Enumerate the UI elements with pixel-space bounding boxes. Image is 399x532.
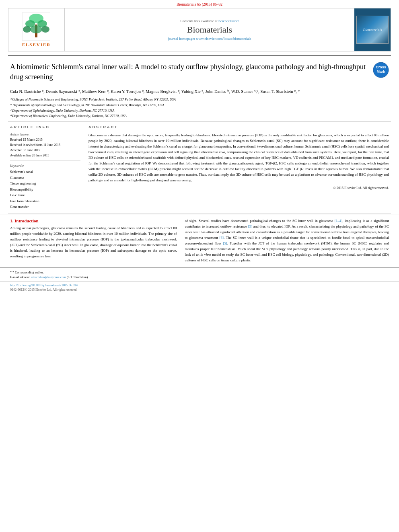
keyword-1: Glaucoma (10, 175, 80, 181)
article-info-label: ARTICLE INFO (10, 125, 80, 130)
svg-text:Cross: Cross (376, 65, 386, 69)
journal-citation-bar: Biomaterials 65 (2015) 86–92 (0, 0, 399, 8)
article-body: ARTICLE INFO Article history: Received 1… (0, 122, 399, 214)
footnote-corresponding: * * Corresponding author. (10, 270, 389, 275)
ref-5b[interactable]: [5] (223, 241, 227, 245)
journal-title: Biomaterials (187, 25, 232, 35)
keyword-4: Co-culture (10, 192, 80, 198)
svg-point-5 (41, 26, 49, 33)
in-vitro-italic: in vitro (200, 253, 211, 257)
ref-5[interactable]: [5] (248, 224, 253, 228)
main-content: 1. Introduction Among ocular pathologies… (0, 214, 399, 267)
affiliation-b: ᵇ Departments of Ophthalmology and Cell … (10, 103, 389, 108)
keyword-5: Free form fabrication (10, 198, 80, 204)
crossmark-icon: Cross Mark (373, 62, 389, 78)
abstract-label: ABSTRACT (88, 125, 389, 130)
left-column: 1. Introduction Among ocular pathologies… (10, 218, 177, 263)
svg-point-7 (30, 25, 42, 33)
doi-link[interactable]: http://dx.doi.org/10.1016/j.biomaterials… (10, 283, 389, 287)
right-column: of sight. Several studies have documente… (185, 218, 389, 263)
journal-cover-image: Biomaterials (356, 16, 389, 44)
article-abstract-column: ABSTRACT Glaucoma is a disease that dama… (88, 125, 389, 210)
intro-left-text: Among ocular pathologies, glaucoma remai… (10, 226, 177, 259)
ref-6[interactable]: [6] (219, 236, 224, 240)
history-label: Article history: (10, 133, 80, 136)
abstract-text: Glaucoma is a disease that damages the o… (88, 133, 389, 183)
affiliations: ᵃ Colleges of Nanoscale Science and Engi… (10, 97, 389, 119)
page-wrapper: Biomaterials 65 (2015) 86–92 ELSEVIER (0, 0, 399, 293)
keyword-0: Schlemm's canal (10, 169, 80, 175)
crossmark-badge[interactable]: Cross Mark (373, 62, 389, 78)
received-date: Received 15 March 2015 (10, 138, 80, 143)
author-names: Cula N. Dautriche ᵃ, Dennis Szymanski ᵃ,… (10, 88, 389, 95)
keywords-section: Keywords: Schlemm's canal Glaucoma Tissu… (10, 164, 80, 210)
bottom-bar: http://dx.doi.org/10.1016/j.biomaterials… (0, 281, 399, 293)
copyright-line: © 2015 Elsevier Ltd. All rights reserved… (88, 186, 389, 190)
elsevier-label: ELSEVIER (22, 42, 51, 47)
revised-date: Received in revised form 11 June 2015 (10, 143, 80, 148)
affiliation-d: ᵈ Department of Biomedical Engineering, … (10, 113, 389, 119)
sciencedirect-anchor[interactable]: ScienceDirect (218, 19, 239, 23)
sciencedirect-link[interactable]: Contents lists available at ScienceDirec… (181, 19, 239, 23)
abstract-content: Glaucoma is a disease that damages the o… (88, 133, 389, 182)
journal-homepage: journal homepage: www.elsevier.com/locat… (168, 37, 251, 41)
authors-section: Cula N. Dautriche ᵃ, Dennis Szymanski ᵃ,… (0, 88, 399, 121)
email-suffix: (S.T. Sharfstein). (67, 275, 89, 279)
keyword-6: Gene transfer (10, 204, 80, 210)
keywords-label: Keywords: (10, 164, 80, 168)
doi-anchor[interactable]: http://dx.doi.org/10.1016/j.biomaterials… (10, 283, 78, 287)
footnote-section: * * Corresponding author. E-mail address… (0, 267, 399, 280)
accepted-date: Accepted 18 June 2015 (10, 148, 80, 153)
footnote-email-line: E-mail address: ssharfstein@sunycnse.com… (10, 275, 389, 280)
journal-header: ELSEVIER Contents lists available at Sci… (8, 8, 391, 51)
available-date: Available online 20 June 2015 (10, 153, 80, 158)
journal-badge-label: Biomaterials (363, 28, 382, 32)
ref-1-4[interactable]: [1–4] (335, 219, 343, 223)
elsevier-logo: ELSEVIER (22, 12, 51, 47)
email-label: E-mail address: (10, 275, 30, 279)
svg-point-4 (23, 26, 31, 33)
in-vivo-italic: in vivo (215, 150, 225, 154)
email-link[interactable]: ssharfstein@sunycnse.com (31, 275, 66, 279)
article-history: Article history: Received 15 March 2015 … (10, 133, 80, 161)
keyword-2: Tissue engineering (10, 181, 80, 186)
journal-header-center: Contents lists available at ScienceDirec… (65, 8, 354, 51)
keyword-3: Biocompatibility (10, 187, 80, 192)
article-info-column: ARTICLE INFO Article history: Received 1… (10, 125, 80, 210)
corresponding-label: * Corresponding author. (12, 271, 44, 274)
elsevier-tree-icon (22, 12, 50, 41)
svg-text:Mark: Mark (376, 70, 385, 74)
elsevier-logo-section: ELSEVIER (8, 8, 65, 51)
affiliation-a: ᵃ Colleges of Nanoscale Science and Engi… (10, 97, 389, 102)
article-title-section: A biomimetic Schlemm's canal inner wall:… (0, 56, 399, 88)
intro-right-text: of sight. Several studies have documente… (185, 218, 389, 263)
journal-thumbnail: Biomaterials (354, 8, 391, 51)
affiliation-c: ᶜ Department of Ophthalmology, Duke Univ… (10, 108, 389, 113)
journal-citation: Biomaterials 65 (2015) 86–92 (177, 2, 222, 6)
contents-text: Contents lists available at (181, 19, 218, 23)
section1-heading: 1. Introduction (10, 218, 177, 223)
article-title-text: A biomimetic Schlemm's canal inner wall:… (10, 62, 369, 85)
bottom-copyright: 0142-9612/© 2015 Elsevier Ltd. All right… (10, 288, 389, 292)
article-main-title: A biomimetic Schlemm's canal inner wall:… (10, 62, 369, 82)
